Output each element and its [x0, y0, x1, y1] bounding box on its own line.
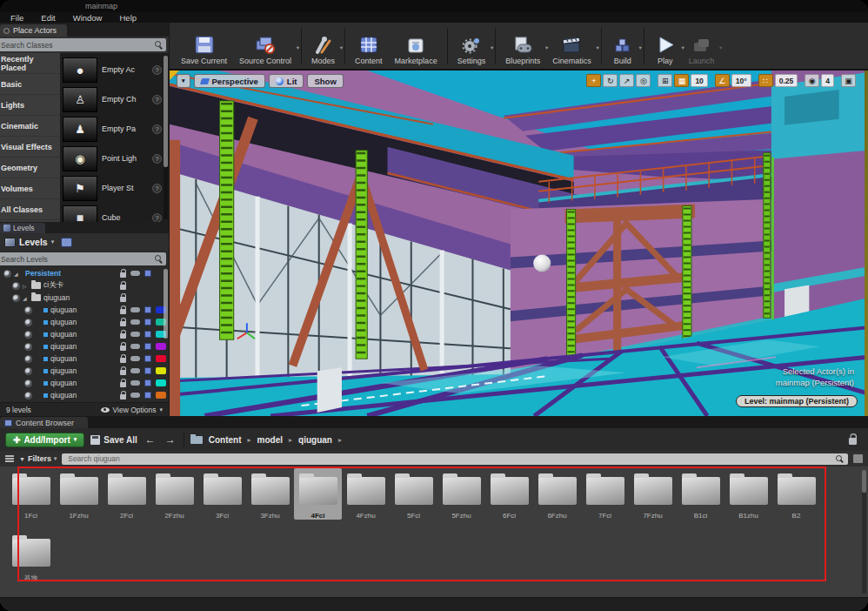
- rotate-tool-icon[interactable]: ↻: [603, 74, 618, 87]
- visibility-eye-icon[interactable]: [24, 367, 32, 375]
- game-visibility-icon[interactable]: [130, 356, 140, 361]
- lit-button[interactable]: Lit: [269, 74, 304, 88]
- lock-icon[interactable]: [120, 321, 126, 326]
- lock-icon[interactable]: [120, 285, 126, 290]
- category-item[interactable]: Visual Effects: [0, 137, 60, 158]
- perspective-button[interactable]: Perspective: [194, 74, 265, 88]
- level-color-chip[interactable]: [156, 355, 166, 362]
- save-search-icon[interactable]: [853, 454, 863, 463]
- visibility-eye-icon[interactable]: [24, 379, 32, 387]
- game-visibility-icon[interactable]: [130, 393, 140, 398]
- folder-item[interactable]: 基地: [7, 530, 55, 583]
- save-current-button[interactable]: Save Current: [175, 25, 233, 67]
- rotation-snap-value[interactable]: 10°: [731, 74, 751, 87]
- build-button[interactable]: Build▾: [605, 25, 640, 67]
- camera-speed-value[interactable]: 4: [821, 74, 834, 87]
- cinematics-button[interactable]: Cinematics▾: [546, 25, 598, 67]
- lock-icon[interactable]: [120, 358, 126, 363]
- blueprint-icon[interactable]: [144, 270, 151, 277]
- folder-item[interactable]: 3Fzhu: [246, 468, 294, 520]
- category-item[interactable]: Volumes: [0, 178, 60, 199]
- folder-item[interactable]: 3Fci: [198, 468, 246, 520]
- visibility-eye-icon[interactable]: [12, 294, 20, 302]
- viewport-3d-scene[interactable]: [170, 70, 868, 416]
- menu-item[interactable]: File: [2, 13, 32, 23]
- visibility-eye-icon[interactable]: [24, 392, 32, 400]
- lock-icon[interactable]: [849, 438, 857, 445]
- folder-item[interactable]: B1ci: [677, 468, 724, 520]
- level-row[interactable]: ▷ ci关卡: [0, 279, 169, 292]
- blueprint-icon[interactable]: [144, 367, 151, 374]
- move-tool-icon[interactable]: +: [586, 74, 601, 87]
- level-color-chip[interactable]: [156, 392, 166, 399]
- visibility-eye-icon[interactable]: [24, 319, 32, 326]
- level-row[interactable]: qiuguan: [0, 377, 169, 389]
- search-classes-input[interactable]: [0, 40, 152, 50]
- level-row[interactable]: qiuguan: [0, 389, 169, 401]
- game-visibility-icon[interactable]: [130, 332, 140, 337]
- category-item[interactable]: Cinematic: [0, 116, 60, 137]
- expand-arrow-icon[interactable]: ◢: [14, 271, 20, 277]
- blueprint-icon[interactable]: [144, 306, 151, 313]
- folder-item[interactable]: 2Fzhu: [150, 468, 198, 520]
- search-assets-input[interactable]: [66, 453, 832, 464]
- visibility-eye-icon[interactable]: [24, 306, 32, 314]
- lock-icon[interactable]: [120, 272, 126, 278]
- save-all-button[interactable]: Save All: [90, 435, 137, 445]
- surface-snap-icon[interactable]: ⊞: [658, 74, 672, 87]
- camera-speed-icon[interactable]: ◉: [805, 74, 819, 87]
- lock-icon[interactable]: [120, 382, 126, 387]
- blueprint-icon[interactable]: [144, 379, 151, 386]
- scale-snap-value[interactable]: 0.25: [775, 74, 798, 87]
- levels-dropdown[interactable]: Levels: [19, 237, 48, 247]
- lock-icon[interactable]: [120, 346, 126, 351]
- game-visibility-icon[interactable]: [130, 344, 140, 349]
- folder-item[interactable]: 6Fci: [485, 468, 533, 520]
- tab-place-actors[interactable]: Place Actors: [0, 24, 67, 37]
- folder-item[interactable]: 5Fzhu: [437, 468, 485, 520]
- blueprints-button[interactable]: Blueprints▾: [499, 25, 546, 67]
- search-assets-box[interactable]: [62, 453, 848, 465]
- lock-icon[interactable]: [120, 309, 126, 314]
- help-badge[interactable]: ?: [152, 213, 162, 223]
- blueprint-icon[interactable]: [144, 392, 151, 399]
- category-item[interactable]: All Classes: [0, 199, 60, 220]
- actor-list-item[interactable]: Cube ?: [63, 204, 162, 222]
- actor-list-item[interactable]: Empty Ch ?: [63, 85, 162, 113]
- source-control-button[interactable]: Source Control▾: [233, 25, 297, 67]
- modes-button[interactable]: Modes▾: [305, 25, 341, 67]
- menu-item[interactable]: Window: [64, 13, 111, 23]
- level-row[interactable]: qiuguan: [0, 304, 169, 316]
- game-visibility-icon[interactable]: [130, 271, 140, 276]
- actor-list-item[interactable]: Empty Ac ?: [63, 56, 162, 84]
- scrollbar[interactable]: [164, 56, 168, 219]
- level-color-chip[interactable]: [156, 343, 166, 350]
- visibility-eye-icon[interactable]: [24, 331, 32, 339]
- launch-button[interactable]: Launch▾: [683, 25, 721, 67]
- folder-item[interactable]: B1zhu: [724, 468, 772, 520]
- lock-icon[interactable]: [120, 370, 126, 375]
- scrollbar[interactable]: [862, 470, 866, 594]
- menu-item[interactable]: Help: [110, 13, 145, 23]
- folder-item[interactable]: 6Fzhu: [533, 468, 581, 520]
- back-button[interactable]: ←: [144, 433, 157, 446]
- rotation-snap-icon[interactable]: ∠: [715, 74, 730, 87]
- blueprint-icon[interactable]: [144, 331, 151, 338]
- folder-item[interactable]: 5Fci: [390, 468, 437, 520]
- folder-item[interactable]: 4Fzhu: [342, 468, 390, 520]
- folder-item[interactable]: 1Fci: [7, 468, 55, 520]
- folder-item[interactable]: 7Fzhu: [629, 468, 677, 520]
- scale-tool-icon[interactable]: ↗: [619, 74, 634, 87]
- play-button[interactable]: Play▾: [648, 25, 683, 67]
- breadcrumb-item[interactable]: Content: [209, 435, 242, 445]
- scrollbar[interactable]: [164, 269, 168, 339]
- blueprint-icon[interactable]: [144, 343, 151, 350]
- search-levels-box[interactable]: [0, 252, 166, 265]
- expand-arrow-icon[interactable]: ▷: [23, 283, 29, 289]
- help-badge[interactable]: ?: [152, 154, 162, 164]
- game-visibility-icon[interactable]: [130, 319, 140, 325]
- level-row[interactable]: ◢ qiuguan: [0, 292, 169, 304]
- tab-content-browser[interactable]: Content Browser: [0, 417, 88, 428]
- lock-icon[interactable]: [120, 394, 126, 400]
- add-import-button[interactable]: ✚ Add/Import ▾: [5, 433, 84, 447]
